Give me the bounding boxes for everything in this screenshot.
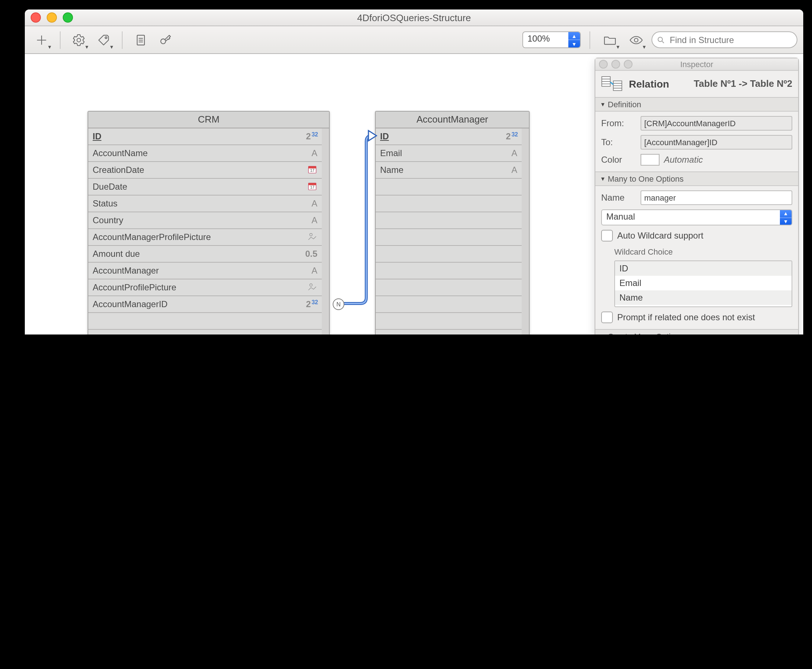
svg-point-10 [658,37,662,41]
folder-icon [603,32,617,47]
inspector-titlebar[interactable]: Inspector [595,58,798,71]
folder-button[interactable] [599,30,621,49]
calendar-icon: 17 [307,181,317,193]
to-field: [AccountManager]ID [641,135,792,150]
field-name: Name [380,165,511,175]
titlebar: 4DforiOSQueries-Structure [25,10,803,26]
svg-point-2 [77,38,81,42]
table-am-field[interactable]: ID [376,128,522,145]
type-icon [306,299,317,309]
prompt-checkbox[interactable]: Prompt if related one does not exist [601,311,792,323]
tag-icon [96,32,111,47]
close-window-button[interactable] [31,12,41,23]
checkbox-label: Prompt if related one does not exist [617,312,755,323]
search-input[interactable] [668,34,792,45]
section-title[interactable]: Definition [595,98,798,112]
svg-point-3 [105,37,107,38]
table-crm-field[interactable]: DueDate17 [88,179,322,195]
table-crm-field[interactable]: AccountNameA [88,145,322,162]
wildcard-choice-label: Wildcard Choice [614,247,792,256]
checkbox-box[interactable] [601,311,613,323]
svg-text:17: 17 [310,168,314,172]
field-name: AccountProfilePicture [92,282,307,292]
color-label: Color [601,155,636,165]
from-field: [CRM]AccountManagerID [641,116,792,131]
select-stepper[interactable]: ▲▼ [780,210,792,225]
inspector-close-button[interactable] [599,60,608,69]
zoom-stepper[interactable]: ▲▼ [568,32,580,47]
settings-button[interactable] [68,30,90,49]
zoom-window-button[interactable] [63,12,73,23]
key-button[interactable] [155,30,177,49]
from-label: From: [601,118,636,128]
checkbox-box[interactable] [601,230,613,242]
table-am-field[interactable]: EmailA [376,145,522,162]
picture-icon [307,231,317,243]
section-title[interactable]: Many to One Options [595,172,798,186]
search-field[interactable] [652,31,797,48]
type-icon: 0.5 [305,249,317,259]
type-icon: A [511,165,517,175]
field-name: DueDate [92,182,307,192]
list-button[interactable] [130,30,152,49]
table-crm-field[interactable]: AccountProfilePicture [88,279,322,296]
minimize-window-button[interactable] [47,12,57,23]
field-name: Country [92,215,311,225]
tag-button[interactable] [92,30,114,49]
table-am-title[interactable]: AccountManager [376,112,529,128]
eye-icon [629,32,644,47]
table-am-field[interactable]: NameA [376,162,522,179]
calendar-icon: 17 [307,164,317,176]
m2o-mode-select[interactable]: Manual ▲▼ [601,209,792,225]
inspector-zoom-button[interactable] [624,60,632,69]
relation-arrow[interactable] [328,127,378,317]
field-name: AccountManagerID [92,299,306,309]
field-name: AccountManagerProfilePicture [92,232,307,242]
view-button[interactable] [625,30,647,49]
structure-canvas[interactable]: CRM ID AccountNameA CreationDate17 DueDa… [25,54,803,334]
field-name: Amount due [92,249,305,259]
table-crm-field[interactable]: CreationDate17 [88,162,322,179]
table-crm[interactable]: CRM ID AccountNameA CreationDate17 DueDa… [87,111,330,334]
table-crm-field[interactable]: AccountManagerID [88,296,322,313]
field-name: Status [92,198,311,208]
plus-icon [34,32,49,47]
search-icon [657,35,665,44]
section-one-to-many: One to Many Options Name contracts Manua… [595,330,798,334]
table-crm-field[interactable]: CountryA [88,212,322,229]
list-item[interactable]: Email [615,276,792,290]
table-crm-field[interactable]: Amount due0.5 [88,246,322,263]
table-crm-field[interactable]: AccountManagerA [88,263,322,279]
color-swatch[interactable] [641,154,659,166]
wildcard-listbox[interactable]: ID Email Name [614,261,792,307]
clipboard-icon [133,32,148,47]
add-button[interactable] [31,30,52,49]
type-icon: A [311,215,317,225]
gear-icon [72,32,86,47]
type-icon: A [311,148,317,158]
zoom-select[interactable]: 100% ▲▼ [522,31,581,48]
relation-n-badge: N [333,298,345,310]
section-many-to-one: Many to One Options Name manager Manual … [595,172,798,330]
list-item[interactable]: ID [615,261,792,276]
svg-point-19 [310,283,312,286]
list-item[interactable]: Name [615,290,792,305]
m2o-name-input[interactable]: manager [641,190,792,205]
table-crm-field[interactable]: StatusA [88,195,322,212]
table-accountmanager[interactable]: AccountManager ID EmailA NameA [375,111,530,334]
auto-wildcard-checkbox[interactable]: Auto Wildcard support [601,230,792,242]
inspector-type-label: Relation [629,78,669,90]
section-title[interactable]: One to Many Options [595,330,798,334]
table-crm-field[interactable]: ID [88,128,322,145]
type-icon [306,131,317,141]
type-icon: A [511,148,517,158]
type-icon: A [311,198,317,208]
inspector-min-button[interactable] [611,60,620,69]
field-name: ID [92,131,306,141]
table-crm-field[interactable]: AccountManagerProfilePicture [88,229,322,246]
inspector-panel[interactable]: Inspector Relation Table Nº1 -> Table Nº… [595,58,799,334]
field-name: AccountName [92,148,311,158]
table-crm-title[interactable]: CRM [88,112,329,128]
field-name: AccountManager [92,266,311,276]
inspector-header: Relation Table Nº1 -> Table Nº2 [595,71,798,98]
